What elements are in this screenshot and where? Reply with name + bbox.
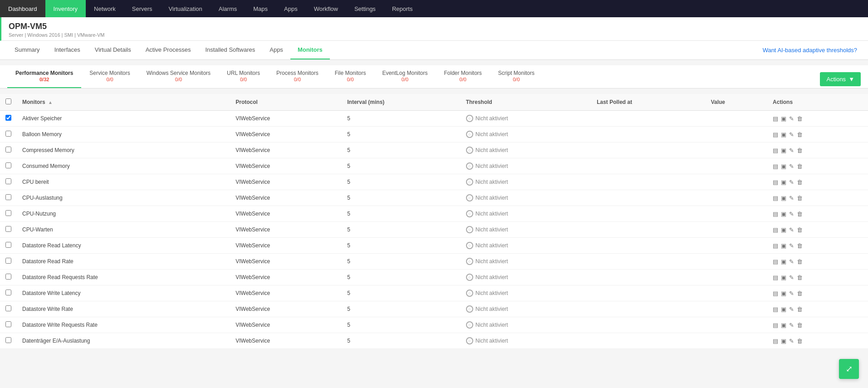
monitor-icon[interactable]: ▣ — [781, 258, 786, 265]
chart-icon[interactable]: ▤ — [773, 179, 778, 186]
tab-apps[interactable]: Apps — [262, 41, 290, 59]
chart-icon[interactable]: ▤ — [773, 322, 778, 329]
monitor-icon[interactable]: ▣ — [781, 338, 786, 344]
delete-icon[interactable]: 🗑 — [797, 179, 803, 186]
monitor-icon[interactable]: ▣ — [781, 131, 786, 138]
delete-icon[interactable]: 🗑 — [797, 258, 803, 265]
delete-icon[interactable]: 🗑 — [797, 290, 803, 297]
edit-icon[interactable]: ✎ — [789, 179, 794, 186]
monitor-icon[interactable]: ▣ — [781, 163, 786, 170]
edit-icon[interactable]: ✎ — [789, 274, 794, 281]
chart-icon[interactable]: ▤ — [773, 195, 778, 201]
monitor-tab-process[interactable]: Process Monitors 0/0 — [268, 65, 327, 88]
delete-icon[interactable]: 🗑 — [797, 322, 803, 329]
select-all-checkbox[interactable] — [5, 98, 11, 104]
nav-servers[interactable]: Servers — [124, 0, 161, 17]
delete-icon[interactable]: 🗑 — [797, 306, 803, 313]
edit-icon[interactable]: ✎ — [789, 306, 794, 313]
chart-icon[interactable]: ▤ — [773, 211, 778, 217]
row-checkbox[interactable] — [5, 290, 11, 295]
edit-icon[interactable]: ✎ — [789, 226, 794, 233]
delete-icon[interactable]: 🗑 — [797, 147, 803, 154]
nav-dashboard[interactable]: Dashboard — [0, 0, 45, 17]
monitor-tab-eventlog[interactable]: EventLog Monitors 0/0 — [374, 65, 436, 88]
nav-settings[interactable]: Settings — [346, 0, 384, 17]
monitor-tab-performance[interactable]: Performance Monitors 0/32 — [7, 65, 81, 88]
nav-network[interactable]: Network — [86, 0, 124, 17]
chart-icon[interactable]: ▤ — [773, 290, 778, 297]
chart-icon[interactable]: ▤ — [773, 131, 778, 138]
edit-icon[interactable]: ✎ — [789, 131, 794, 138]
monitor-icon[interactable]: ▣ — [781, 290, 786, 297]
monitor-tab-file[interactable]: File Monitors 0/0 — [327, 65, 374, 88]
tab-summary[interactable]: Summary — [7, 41, 47, 59]
edit-icon[interactable]: ✎ — [789, 115, 794, 122]
chart-icon[interactable]: ▤ — [773, 226, 778, 233]
monitor-icon[interactable]: ▣ — [781, 211, 786, 217]
chart-icon[interactable]: ▤ — [773, 242, 778, 249]
monitor-icon[interactable]: ▣ — [781, 147, 786, 154]
chart-icon[interactable]: ▤ — [773, 163, 778, 170]
monitor-tab-script[interactable]: Script Monitors 0/0 — [490, 65, 543, 88]
row-checkbox[interactable] — [5, 226, 11, 232]
monitor-icon[interactable]: ▣ — [781, 115, 786, 122]
row-checkbox[interactable] — [5, 305, 11, 311]
edit-icon[interactable]: ✎ — [789, 258, 794, 265]
nav-virtualization[interactable]: Virtualization — [161, 0, 211, 17]
monitor-icon[interactable]: ▣ — [781, 226, 786, 233]
nav-workflow[interactable]: Workflow — [306, 0, 346, 17]
monitor-icon[interactable]: ▣ — [781, 306, 786, 313]
row-checkbox[interactable] — [5, 178, 11, 184]
edit-icon[interactable]: ✎ — [789, 242, 794, 249]
row-checkbox[interactable] — [5, 162, 11, 168]
ai-link[interactable]: Want AI-based adaptive thresholds? — [763, 47, 861, 54]
row-checkbox[interactable] — [5, 274, 11, 280]
edit-icon[interactable]: ✎ — [789, 211, 794, 217]
delete-icon[interactable]: 🗑 — [797, 211, 803, 217]
delete-icon[interactable]: 🗑 — [797, 131, 803, 138]
row-checkbox[interactable] — [5, 337, 11, 343]
chart-icon[interactable]: ▤ — [773, 274, 778, 281]
monitor-tab-windows-service[interactable]: Windows Service Monitors 0/0 — [138, 65, 219, 88]
tab-virtual-details[interactable]: Virtual Details — [88, 41, 138, 59]
monitor-tab-service[interactable]: Service Monitors 0/0 — [81, 65, 138, 88]
nav-reports[interactable]: Reports — [384, 0, 421, 17]
edit-icon[interactable]: ✎ — [789, 195, 794, 201]
chart-icon[interactable]: ▤ — [773, 338, 778, 344]
tab-installed-softwares[interactable]: Installed Softwares — [198, 41, 262, 59]
edit-icon[interactable]: ✎ — [789, 338, 794, 344]
delete-icon[interactable]: 🗑 — [797, 274, 803, 281]
delete-icon[interactable]: 🗑 — [797, 195, 803, 201]
row-checkbox[interactable] — [5, 258, 11, 264]
chart-icon[interactable]: ▤ — [773, 306, 778, 313]
row-checkbox[interactable] — [5, 321, 11, 327]
delete-icon[interactable]: 🗑 — [797, 115, 803, 122]
chart-icon[interactable]: ▤ — [773, 258, 778, 265]
tab-active-processes[interactable]: Active Processes — [138, 41, 198, 59]
monitor-icon[interactable]: ▣ — [781, 195, 786, 201]
row-checkbox[interactable] — [5, 194, 11, 200]
nav-maps[interactable]: Maps — [245, 0, 276, 17]
delete-icon[interactable]: 🗑 — [797, 226, 803, 233]
edit-icon[interactable]: ✎ — [789, 322, 794, 329]
row-checkbox[interactable] — [5, 115, 11, 121]
row-checkbox[interactable] — [5, 131, 11, 137]
monitor-tab-folder[interactable]: Folder Monitors 0/0 — [436, 65, 490, 88]
tab-monitors[interactable]: Monitors — [290, 41, 330, 59]
row-checkbox[interactable] — [5, 147, 11, 152]
delete-icon[interactable]: 🗑 — [797, 163, 803, 170]
nav-apps[interactable]: Apps — [276, 0, 306, 17]
edit-icon[interactable]: ✎ — [789, 147, 794, 154]
monitor-icon[interactable]: ▣ — [781, 274, 786, 281]
delete-icon[interactable]: 🗑 — [797, 242, 803, 249]
monitor-tab-url[interactable]: URL Monitors 0/0 — [219, 65, 268, 88]
chart-icon[interactable]: ▤ — [773, 115, 778, 122]
row-checkbox[interactable] — [5, 242, 11, 248]
chart-icon[interactable]: ▤ — [773, 147, 778, 154]
tab-interfaces[interactable]: Interfaces — [47, 41, 88, 59]
nav-inventory[interactable]: Inventory — [45, 0, 86, 17]
row-checkbox[interactable] — [5, 210, 11, 216]
delete-icon[interactable]: 🗑 — [797, 338, 803, 344]
nav-alarms[interactable]: Alarms — [211, 0, 245, 17]
monitor-icon[interactable]: ▣ — [781, 242, 786, 249]
